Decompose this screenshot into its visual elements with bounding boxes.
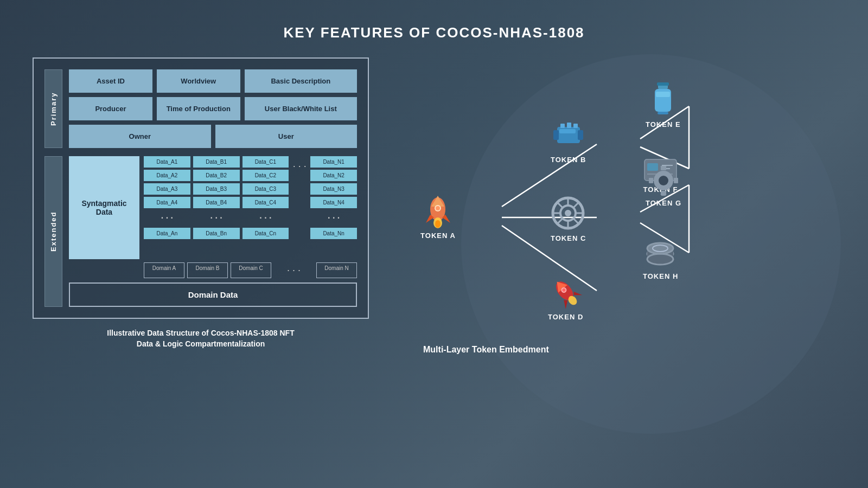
svg-rect-54 xyxy=(649,178,653,183)
caption-line2: Data & Logic Compartmentalization xyxy=(33,339,369,348)
data-b1: Data_B1 xyxy=(193,156,240,168)
data-b4: Data_B4 xyxy=(193,197,240,208)
primary-label: Primary xyxy=(44,69,62,148)
caption-area: Illustrative Data Structure of Cocos-NHA… xyxy=(33,329,369,348)
data-c-dots: · · · xyxy=(242,210,289,226)
token-h-label: TOKEN H xyxy=(643,272,678,280)
engine-blue-icon xyxy=(551,117,586,152)
rocket-orange-icon xyxy=(420,193,456,228)
cell-owner: Owner xyxy=(69,125,211,148)
data-bn: Data_Bn xyxy=(193,228,240,239)
svg-rect-22 xyxy=(573,124,578,128)
svg-line-32 xyxy=(573,219,579,224)
data-c1: Data_C1 xyxy=(242,156,289,168)
right-panel-caption: Multi-Layer Token Embedment xyxy=(423,345,835,355)
wheel-grey-icon xyxy=(551,196,586,231)
token-a-label: TOKEN A xyxy=(420,232,456,240)
token-diagram: TOKEN A TOKEN B xyxy=(391,57,835,339)
data-a1: Data_A1 xyxy=(144,156,190,168)
data-b-dots: · · · xyxy=(193,210,240,226)
domain-c: Domain C xyxy=(231,262,271,278)
domain-b: Domain B xyxy=(187,262,228,278)
data-col-c: Data_C1 Data_C2 Data_C3 Data_C4 · · · Da… xyxy=(242,156,289,239)
svg-rect-55 xyxy=(674,178,678,183)
primary-row-2: Producer Time of Production User Black/W… xyxy=(69,97,357,120)
data-col-n: Data_N1 Data_N2 Data_N3 Data_N4 · · · Da… xyxy=(310,156,357,239)
data-n4: Data_N4 xyxy=(310,197,357,208)
svg-rect-23 xyxy=(559,129,576,133)
token-e-node: TOKEN E xyxy=(646,82,681,129)
svg-rect-46 xyxy=(658,112,668,114)
cell-time-production: Time of Production xyxy=(157,97,240,120)
data-col-b: Data_B1 Data_B2 Data_B3 Data_B4 · · · Da… xyxy=(193,156,240,239)
token-b-node: TOKEN B xyxy=(551,117,586,164)
main-content: Primary Asset ID Worldview Basic Descrip… xyxy=(0,57,868,355)
coin-grey-icon xyxy=(646,239,675,269)
data-an: Data_An xyxy=(144,228,190,239)
token-h-node: TOKEN H xyxy=(643,239,678,280)
syntagmatic-data-box: SyntagmaticData xyxy=(69,156,139,259)
domain-row: Domain A Domain B Domain C · · · Domain … xyxy=(144,262,357,278)
token-d-node: TOKEN D xyxy=(548,274,583,321)
extended-inner: SyntagmaticData Data_A1 Data_A2 Data_A3 … xyxy=(69,156,357,307)
cell-user-blackwhite: User Black/White List xyxy=(245,97,357,120)
bottle-blue-icon xyxy=(649,82,676,117)
data-a-dots: · · · xyxy=(144,210,190,226)
right-panel: TOKEN A TOKEN B xyxy=(391,57,835,355)
cell-worldview: Worldview xyxy=(157,69,240,93)
connection-lines xyxy=(391,57,835,339)
token-g-label: TOKEN G xyxy=(646,199,681,207)
data-structure-box: Primary Asset ID Worldview Basic Descrip… xyxy=(33,57,369,319)
svg-point-61 xyxy=(659,176,668,185)
extended-label: Extended xyxy=(44,156,62,307)
cell-basic-desc: Basic Description xyxy=(245,69,357,93)
cell-producer: Producer xyxy=(69,97,152,120)
cell-user: User xyxy=(215,125,358,148)
svg-rect-20 xyxy=(560,124,565,128)
primary-section: Primary Asset ID Worldview Basic Descrip… xyxy=(44,69,357,148)
data-col-a: Data_A1 Data_A2 Data_A3 Data_A4 · · · Da… xyxy=(144,156,190,239)
data-col-ellipsis: · · · xyxy=(291,156,308,239)
primary-grid: Asset ID Worldview Basic Description Pro… xyxy=(69,69,357,148)
data-n1: Data_N1 xyxy=(310,156,357,168)
page-title: KEY FEATURES OF COCOS-NHAS-1808 xyxy=(0,0,868,41)
data-n-dots: · · · xyxy=(310,210,357,226)
domain-n: Domain N xyxy=(316,262,357,278)
svg-line-34 xyxy=(557,219,563,224)
token-c-node: TOKEN C xyxy=(551,196,586,242)
caption-line1: Illustrative Data Structure of Cocos-NHA… xyxy=(33,329,369,337)
svg-rect-19 xyxy=(578,130,583,140)
svg-rect-21 xyxy=(567,123,571,128)
svg-line-33 xyxy=(573,202,579,208)
data-b3: Data_B3 xyxy=(193,183,240,195)
svg-rect-44 xyxy=(656,92,670,97)
gear-grey-icon xyxy=(649,166,679,196)
data-c3: Data_C3 xyxy=(242,183,289,195)
token-a-node: TOKEN A xyxy=(420,193,456,240)
rocket-red-icon xyxy=(548,274,583,310)
data-b2: Data_B2 xyxy=(193,170,240,181)
svg-point-64 xyxy=(647,254,673,265)
data-nn: Data_Nn xyxy=(310,228,357,239)
data-cn: Data_Cn xyxy=(242,228,289,239)
data-a4: Data_A4 xyxy=(144,197,190,208)
primary-row-1: Asset ID Worldview Basic Description xyxy=(69,69,357,93)
primary-row-3: Owner User xyxy=(69,125,357,148)
svg-point-26 xyxy=(565,210,571,216)
svg-rect-18 xyxy=(553,130,559,140)
left-panel: Primary Asset ID Worldview Basic Descrip… xyxy=(33,57,369,355)
data-a2: Data_A2 xyxy=(144,170,190,181)
domain-ellipsis: · · · xyxy=(274,262,314,278)
token-d-label: TOKEN D xyxy=(548,313,583,321)
domain-a: Domain A xyxy=(144,262,184,278)
data-n3: Data_N3 xyxy=(310,183,357,195)
svg-point-14 xyxy=(435,220,441,228)
svg-line-31 xyxy=(557,202,563,208)
cell-asset-id: Asset ID xyxy=(69,69,152,93)
data-c2: Data_C2 xyxy=(242,170,289,181)
domain-data-box: Domain Data xyxy=(69,282,357,307)
token-c-label: TOKEN C xyxy=(551,234,586,242)
extended-section: Extended SyntagmaticData Data_A1 Data_A2… xyxy=(44,156,357,307)
data-n2: Data_N2 xyxy=(310,170,357,181)
token-g-node: TOKEN G xyxy=(646,166,681,207)
